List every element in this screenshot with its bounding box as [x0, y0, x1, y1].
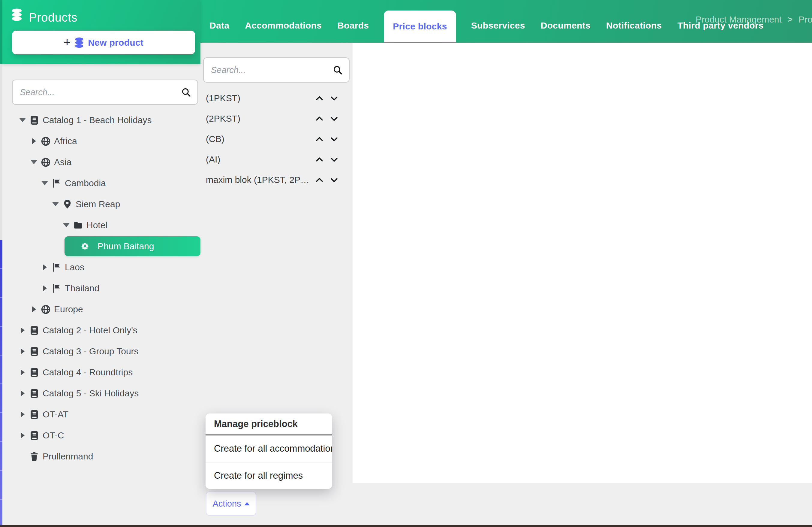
caret-right-icon[interactable] — [30, 138, 38, 144]
menu-item-create-for-all-regimes[interactable]: Create for all regimes — [205, 462, 332, 489]
product-management-app: Products + New product Data Accommodatio… — [0, 0, 812, 527]
tree-item-label: Europe — [54, 304, 83, 314]
content-panel — [352, 43, 812, 483]
actions-button[interactable]: Actions — [206, 492, 256, 516]
tree-item-siem-reap[interactable]: Siem Reap — [0, 194, 201, 215]
breadcrumb-current[interactable]: Produ — [798, 14, 812, 25]
tab-bar: Data Accommodations Boards Price blocks … — [209, 9, 764, 42]
tab-notifications[interactable]: Notifications — [606, 20, 662, 31]
caret-right-icon[interactable] — [19, 411, 26, 417]
caret-down-icon[interactable] — [41, 181, 48, 185]
new-product-button[interactable]: + New product — [12, 31, 195, 54]
tab-subservices[interactable]: Subservices — [471, 20, 525, 31]
actions-button-label: Actions — [213, 499, 241, 509]
move-up-button[interactable] — [315, 175, 324, 185]
tree-item-thailand[interactable]: Thailand — [0, 278, 201, 299]
tab-accommodations[interactable]: Accommodations — [245, 20, 322, 31]
search-icon[interactable] — [333, 65, 343, 75]
tree-search — [12, 80, 198, 105]
caret-right-icon[interactable] — [19, 369, 26, 375]
move-up-button[interactable] — [315, 94, 324, 103]
tree-item-label: Thailand — [65, 283, 99, 294]
priceblock-row[interactable]: (AI) — [201, 149, 352, 170]
caret-right-icon[interactable] — [41, 285, 48, 291]
tree-item-label: Catalog 3 - Group Tours — [43, 346, 139, 356]
book-icon — [29, 347, 39, 356]
tab-documents[interactable]: Documents — [541, 20, 591, 31]
tree-item-catalog-2[interactable]: Catalog 2 - Hotel Only's — [0, 320, 201, 341]
tree-item-phum-baitang-row: Phum Baitang — [0, 236, 201, 257]
folder-icon — [73, 221, 83, 229]
tree-item-phum-baitang[interactable]: Phum Baitang — [64, 236, 201, 256]
caret-right-icon[interactable] — [19, 390, 26, 396]
tree-item-asia[interactable]: Asia — [0, 152, 201, 173]
tree-search-input[interactable] — [13, 87, 181, 97]
tree-item-label: Asia — [54, 157, 71, 167]
tree-item-label: Catalog 2 - Hotel Only's — [43, 325, 137, 336]
tab-boards[interactable]: Boards — [337, 20, 369, 31]
tree-item-catalog-4[interactable]: Catalog 4 - Roundtrips — [0, 362, 201, 383]
globe-icon — [41, 158, 50, 167]
catalog-tree: Catalog 1 - Beach Holidays Africa Asia C… — [0, 110, 201, 467]
move-down-button[interactable] — [329, 155, 339, 165]
tree-item-cambodia[interactable]: Cambodia — [0, 173, 201, 194]
tab-third-party-vendors[interactable]: Third party vendors — [677, 20, 764, 31]
move-up-button[interactable] — [315, 114, 324, 124]
tree-item-prullenmand[interactable]: Prullenmand — [0, 446, 201, 467]
move-down-button[interactable] — [329, 114, 339, 124]
trash-icon — [29, 452, 39, 461]
move-up-button[interactable] — [315, 155, 324, 165]
bottom-window-edge — [0, 525, 812, 527]
tree-item-europe[interactable]: Europe — [0, 299, 201, 320]
tree-item-label: Laos — [65, 262, 84, 272]
caret-down-icon[interactable] — [30, 160, 38, 164]
tree-item-laos[interactable]: Laos — [0, 257, 201, 278]
book-icon — [29, 326, 39, 335]
priceblock-row[interactable]: (2PKST) — [201, 109, 352, 129]
tree-item-africa[interactable]: Africa — [0, 131, 201, 152]
caret-right-icon[interactable] — [19, 432, 26, 438]
flag-icon — [52, 284, 61, 293]
move-up-button[interactable] — [315, 134, 324, 144]
priceblock-label: maxim blok (1PKST, 2PK... — [206, 175, 310, 185]
tab-data[interactable]: Data — [209, 20, 229, 31]
priceblock-search-input[interactable] — [204, 65, 333, 75]
globe-icon — [41, 305, 50, 314]
move-down-button[interactable] — [329, 94, 339, 103]
flag-icon — [52, 263, 61, 272]
tree-item-label: OT-AT — [43, 409, 69, 419]
caret-down-icon[interactable] — [52, 202, 59, 206]
flag-icon — [52, 179, 61, 188]
priceblock-row[interactable]: maxim blok (1PKST, 2PK... — [201, 170, 352, 190]
chevron-right-icon: > — [788, 15, 793, 24]
priceblock-row[interactable]: (CB) — [201, 129, 352, 149]
book-icon — [29, 368, 39, 377]
tree-item-label: OT-C — [43, 430, 64, 441]
caret-right-icon[interactable] — [30, 306, 38, 312]
tree-item-catalog-1[interactable]: Catalog 1 - Beach Holidays — [0, 110, 201, 131]
caret-right-icon[interactable] — [19, 327, 26, 333]
caret-right-icon[interactable] — [19, 348, 26, 354]
tab-price-blocks[interactable]: Price blocks — [384, 11, 456, 42]
triangle-up-icon — [244, 502, 250, 505]
book-icon — [29, 410, 39, 419]
menu-item-create-for-all-accommodation[interactable]: Create for all accommodation — [205, 436, 332, 462]
move-down-button[interactable] — [329, 134, 339, 144]
tree-item-ot-c[interactable]: OT-C — [0, 425, 201, 446]
tree-item-catalog-5[interactable]: Catalog 5 - Ski Holidays — [0, 383, 201, 404]
priceblock-row[interactable]: (1PKST) — [201, 88, 352, 109]
tree-item-label: Catalog 5 - Ski Holidays — [43, 388, 139, 398]
tree-item-ot-at[interactable]: OT-AT — [0, 404, 201, 425]
sun-icon — [80, 241, 90, 252]
priceblock-label: (CB) — [206, 134, 310, 144]
actions-menu: Manage priceblock Create for all accommo… — [205, 413, 332, 489]
caret-right-icon[interactable] — [41, 264, 48, 270]
priceblock-label: (AI) — [206, 154, 310, 165]
move-down-button[interactable] — [329, 175, 339, 185]
search-icon[interactable] — [181, 87, 191, 97]
tree-item-hotel[interactable]: Hotel — [0, 215, 201, 236]
caret-down-icon[interactable] — [62, 223, 70, 227]
priceblock-search — [203, 57, 350, 83]
tree-item-catalog-3[interactable]: Catalog 3 - Group Tours — [0, 341, 201, 362]
caret-down-icon[interactable] — [19, 118, 26, 122]
